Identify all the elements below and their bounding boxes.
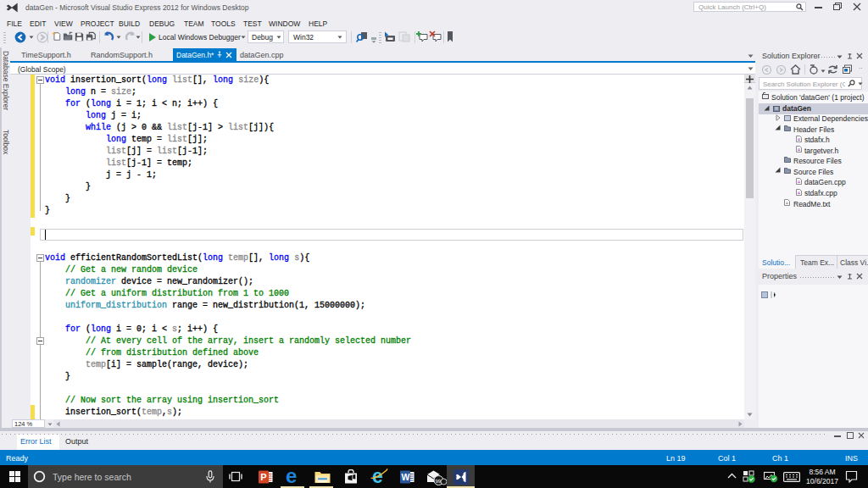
svg-text:P: P	[260, 472, 266, 482]
svg-text:W: W	[402, 472, 410, 482]
